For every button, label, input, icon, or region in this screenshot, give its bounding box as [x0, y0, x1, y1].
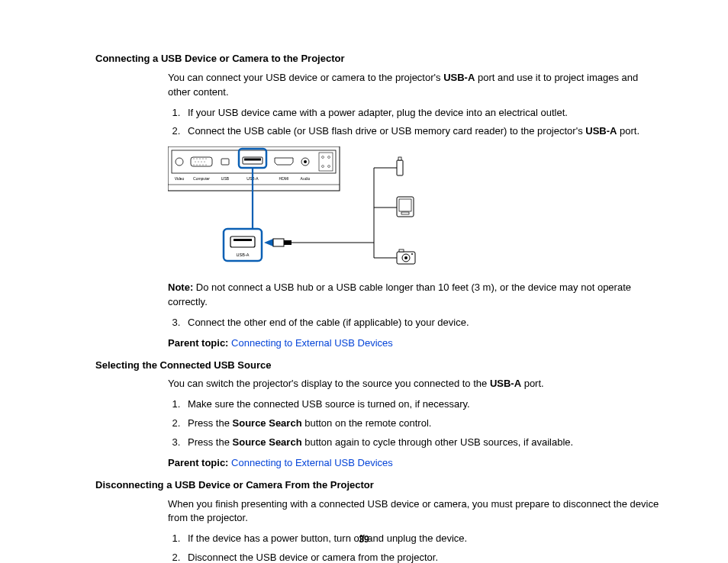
svg-rect-22	[244, 159, 261, 161]
svg-rect-1	[172, 150, 336, 173]
text: You can switch the projector's display t…	[168, 378, 490, 389]
selecting-intro: You can switch the projector's display t…	[168, 377, 659, 391]
note-text: Do not connect a USB hub or a USB cable …	[168, 282, 631, 307]
disconnecting-intro: When you finish presenting with a connec…	[168, 497, 659, 526]
port-label-video: Video	[175, 176, 185, 181]
svg-point-14	[194, 165, 195, 166]
port-label-hdmi: HDMI	[279, 176, 289, 181]
svg-rect-43	[398, 157, 401, 160]
parent-label: Parent topic:	[168, 457, 231, 468]
disconnecting-step-2: Disconnect the USB device or camera from…	[183, 551, 659, 563]
svg-point-16	[200, 165, 201, 166]
svg-point-5	[194, 159, 195, 159]
selecting-steps: Make sure the connected USB source is tu…	[183, 397, 659, 450]
port-label-usb: USB	[221, 176, 230, 181]
svg-point-11	[198, 162, 199, 162]
svg-point-15	[197, 165, 198, 166]
selecting-step-1: Make sure the connected USB source is tu…	[183, 397, 659, 412]
text: button again to cycle through other USB …	[302, 436, 574, 448]
connection-diagram: Video Computer USB USB-A HDMI Audio USB-…	[168, 146, 659, 269]
note-label: Note:	[168, 282, 193, 293]
svg-point-13	[205, 162, 205, 162]
parent-topic-selecting: Parent topic: Connecting to External USB…	[168, 456, 659, 471]
svg-rect-35	[234, 239, 252, 241]
bold-usb-a: USB-A	[490, 378, 521, 389]
text: port.	[521, 378, 544, 389]
svg-point-51	[404, 256, 407, 259]
port-label-audio: Audio	[301, 176, 311, 181]
svg-point-7	[200, 159, 201, 159]
text: port.	[617, 125, 639, 137]
connecting-step-2: Connect the USB cable (or USB flash driv…	[183, 124, 659, 139]
text: You can connect your USB device or camer…	[168, 72, 443, 83]
connecting-steps-1-2: If your USB device came with a power ada…	[183, 106, 659, 140]
page-number: 39	[0, 533, 728, 546]
svg-point-53	[411, 253, 413, 255]
bold-usb-a: USB-A	[443, 72, 475, 83]
connecting-step-3: Connect the other end of the cable (if a…	[183, 316, 659, 330]
svg-point-18	[206, 165, 207, 166]
svg-rect-46	[399, 199, 411, 211]
svg-marker-36	[264, 239, 273, 246]
svg-point-24	[304, 160, 307, 163]
heading-connecting: Connecting a USB Device or Camera to the…	[95, 52, 659, 66]
svg-rect-38	[284, 240, 292, 245]
svg-point-9	[206, 159, 207, 159]
heading-disconnecting: Disconnecting a USB Device or Camera Fro…	[95, 478, 659, 493]
parent-link-connecting[interactable]: Connecting to External USB Devices	[231, 337, 393, 349]
heading-selecting: Selecting the Connected USB Source	[95, 359, 659, 373]
parent-label: Parent topic:	[168, 337, 231, 349]
selecting-step-2: Press the Source Search button on the re…	[183, 417, 659, 431]
svg-point-8	[203, 159, 204, 159]
connecting-intro: You can connect your USB device or camer…	[168, 71, 659, 100]
connecting-note: Note: Do not connect a USB hub or a USB …	[168, 281, 659, 310]
selecting-step-3: Press the Source Search button again to …	[183, 436, 659, 450]
connecting-steps-3: Connect the other end of the cable (if a…	[183, 316, 659, 330]
text: button on the remote control.	[302, 417, 432, 429]
svg-rect-37	[273, 239, 284, 246]
parent-topic-connecting: Parent topic: Connecting to External USB…	[168, 336, 659, 351]
text: Connect the USB cable (or USB flash driv…	[188, 125, 585, 137]
svg-rect-47	[401, 212, 409, 214]
svg-point-10	[195, 162, 196, 162]
bold-source-search: Source Search	[233, 417, 302, 429]
text: Press the	[188, 417, 233, 429]
port-label-computer: Computer	[193, 176, 210, 181]
callout-label: USB-A	[237, 253, 250, 257]
svg-point-17	[203, 165, 204, 166]
parent-link-selecting[interactable]: Connecting to External USB Devices	[231, 457, 393, 468]
svg-point-12	[201, 162, 202, 162]
svg-rect-52	[399, 249, 404, 252]
svg-rect-42	[397, 160, 403, 175]
text: Press the	[188, 436, 233, 448]
connecting-step-1: If your USB device came with a power ada…	[183, 106, 659, 121]
bold-source-search: Source Search	[233, 436, 302, 448]
svg-point-6	[197, 159, 198, 159]
bold-usb-a: USB-A	[585, 125, 617, 137]
